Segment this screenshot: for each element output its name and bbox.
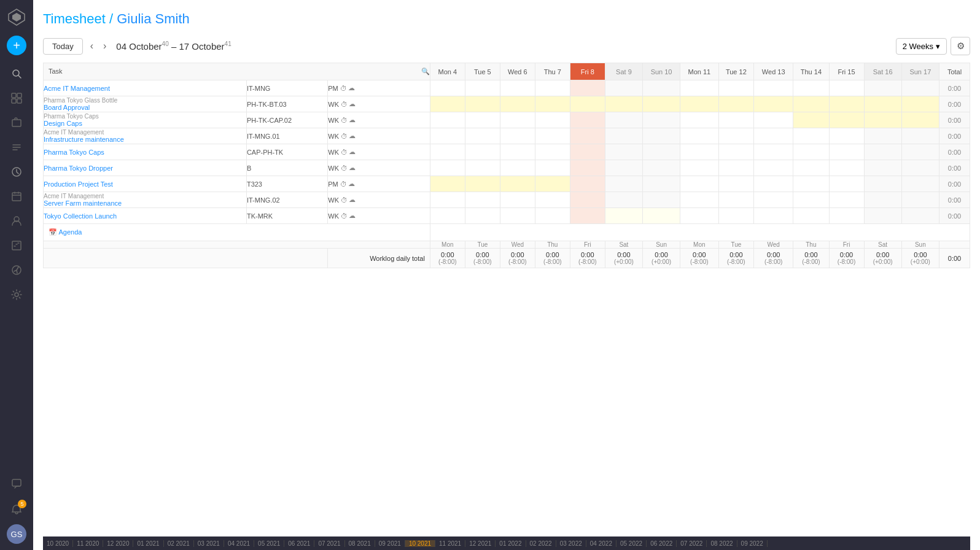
agenda-cell[interactable]: 📅 Agenda xyxy=(44,224,430,241)
timeline-item[interactable]: 03 2022 xyxy=(556,540,586,547)
task-cell-mon4[interactable] xyxy=(430,128,465,144)
task-link[interactable]: Tokyo Collection Launch xyxy=(44,212,117,220)
task-cell-thu14[interactable] xyxy=(793,128,829,144)
task-cell-mon11[interactable] xyxy=(680,80,718,96)
task-cell-fri15[interactable] xyxy=(829,112,864,128)
task-cell-fri15[interactable] xyxy=(829,80,864,96)
task-cell-sat9[interactable] xyxy=(605,112,642,128)
task-cell-sun10[interactable] xyxy=(642,176,680,192)
task-cell-tue5[interactable] xyxy=(465,176,500,192)
task-cell-sun10[interactable] xyxy=(642,80,680,96)
task-cell-fri8[interactable] xyxy=(570,112,605,128)
timeline-item[interactable]: 09 2021 xyxy=(375,540,405,547)
task-cell-sat16[interactable] xyxy=(864,192,901,208)
today-button[interactable]: Today xyxy=(43,38,83,55)
task-cell-thu14[interactable] xyxy=(793,160,829,176)
task-link[interactable]: Board Approval xyxy=(44,104,90,111)
weeks-selector[interactable]: 2 Weeks ▾ xyxy=(896,38,947,55)
task-cell-fri15[interactable] xyxy=(829,160,864,176)
task-cell-fri8[interactable] xyxy=(570,176,605,192)
task-cell-fri8[interactable] xyxy=(570,160,605,176)
timeline-item-active[interactable]: 10 2021 xyxy=(405,540,435,547)
timeline-item[interactable]: 12 2020 xyxy=(103,540,133,547)
task-cell-sat16[interactable] xyxy=(864,96,901,112)
task-cell-mon4[interactable] xyxy=(430,208,465,224)
task-link[interactable]: Production Project Test xyxy=(44,180,113,188)
task-cell-wed6[interactable] xyxy=(500,160,535,176)
task-link[interactable]: Server Farm maintenance xyxy=(44,199,122,207)
task-cell-tue5[interactable] xyxy=(465,192,500,208)
task-cell-mon4[interactable] xyxy=(430,144,465,160)
task-cell-fri15[interactable] xyxy=(829,128,864,144)
task-cell-sun10[interactable] xyxy=(642,144,680,160)
timeline-item[interactable]: 12 2021 xyxy=(465,540,496,547)
task-cell-sun17[interactable] xyxy=(901,112,939,128)
sidebar-item-settings[interactable] xyxy=(6,284,28,306)
task-cell-fri8[interactable] xyxy=(570,208,605,224)
task-cell-tue12[interactable] xyxy=(718,112,754,128)
task-cell-thu7[interactable] xyxy=(535,176,570,192)
task-cell-sat16[interactable] xyxy=(864,112,901,128)
task-cell-mon11[interactable] xyxy=(680,112,718,128)
task-cell-mon11[interactable] xyxy=(680,208,718,224)
task-cell-wed13[interactable] xyxy=(754,176,793,192)
timeline-item[interactable]: 04 2021 xyxy=(224,540,254,547)
task-cell-thu14[interactable] xyxy=(793,96,829,112)
task-cell-mon11[interactable] xyxy=(680,160,718,176)
task-cell-tue12[interactable] xyxy=(718,80,754,96)
sidebar-item-dashboard[interactable] xyxy=(6,87,28,109)
task-cell-sun17[interactable] xyxy=(901,160,939,176)
task-cell-tue5[interactable] xyxy=(465,160,500,176)
sidebar-item-search[interactable] xyxy=(6,63,28,85)
task-cell-tue5[interactable] xyxy=(465,80,500,96)
task-cell-wed13[interactable] xyxy=(754,160,793,176)
settings-button[interactable]: ⚙ xyxy=(951,37,970,55)
task-cell-thu7[interactable] xyxy=(535,112,570,128)
sidebar-item-colors[interactable] xyxy=(6,259,28,281)
timeline-item[interactable]: 01 2022 xyxy=(496,540,526,547)
sidebar-item-notifications[interactable]: 5 xyxy=(6,498,28,521)
task-cell-sun17[interactable] xyxy=(901,128,939,144)
task-cell-wed13[interactable] xyxy=(754,192,793,208)
timeline-item[interactable]: 06 2021 xyxy=(284,540,314,547)
task-cell-tue12[interactable] xyxy=(718,176,754,192)
task-cell-sat16[interactable] xyxy=(864,128,901,144)
task-cell-sun10[interactable] xyxy=(642,192,680,208)
task-cell-sun10[interactable] xyxy=(642,208,680,224)
task-cell-mon4[interactable] xyxy=(430,176,465,192)
task-cell-wed6[interactable] xyxy=(500,144,535,160)
task-cell-wed6[interactable] xyxy=(500,176,535,192)
task-cell-sat9[interactable] xyxy=(605,96,642,112)
task-cell-mon11[interactable] xyxy=(680,176,718,192)
timeline-item[interactable]: 06 2022 xyxy=(647,540,677,547)
task-cell-fri8[interactable] xyxy=(570,80,605,96)
task-cell-mon4[interactable] xyxy=(430,80,465,96)
task-cell-tue12[interactable] xyxy=(718,96,754,112)
task-cell-tue5[interactable] xyxy=(465,144,500,160)
task-cell-tue5[interactable] xyxy=(465,96,500,112)
task-cell-thu14[interactable] xyxy=(793,176,829,192)
task-cell-wed6[interactable] xyxy=(500,112,535,128)
sidebar-item-timesheets[interactable] xyxy=(6,161,28,183)
timeline-item[interactable]: 11 2020 xyxy=(73,540,103,547)
task-cell-sun17[interactable] xyxy=(901,144,939,160)
task-cell-mon4[interactable] xyxy=(430,160,465,176)
task-link[interactable]: Acme IT Management xyxy=(44,85,110,92)
task-cell-fri8[interactable] xyxy=(570,128,605,144)
task-cell-thu7[interactable] xyxy=(535,160,570,176)
avatar[interactable]: GS xyxy=(7,524,26,544)
task-cell-wed6[interactable] xyxy=(500,128,535,144)
task-cell-thu14[interactable] xyxy=(793,80,829,96)
task-cell-sun10[interactable] xyxy=(642,128,680,144)
task-cell-sun10[interactable] xyxy=(642,96,680,112)
timeline-item[interactable]: 09 2022 xyxy=(737,540,768,547)
task-cell-sat9[interactable] xyxy=(605,208,642,224)
task-cell-sun17[interactable] xyxy=(901,176,939,192)
task-cell-wed6[interactable] xyxy=(500,208,535,224)
task-cell-sun17[interactable] xyxy=(901,208,939,224)
task-link[interactable]: Pharma Tokyo Dropper xyxy=(44,165,113,172)
task-cell-wed13[interactable] xyxy=(754,128,793,144)
task-cell-fri15[interactable] xyxy=(829,144,864,160)
sidebar-item-people[interactable] xyxy=(6,210,28,232)
timeline-item[interactable]: 02 2022 xyxy=(526,540,556,547)
